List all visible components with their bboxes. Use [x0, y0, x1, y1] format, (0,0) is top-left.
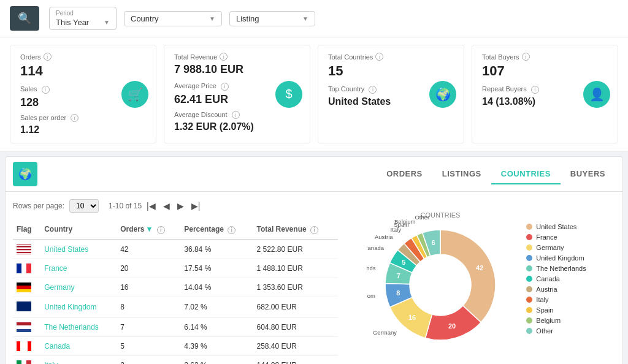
legend-item-spain: Spain [526, 306, 586, 314]
buyers-card: Total Buyers i 107 Repeat Buyers i 14 (1… [472, 45, 618, 143]
table-row: Canada 5 4.39 % 258.40 EUR [13, 336, 338, 355]
legend-dot [526, 286, 532, 292]
pct-col-info-icon[interactable]: i [228, 226, 236, 234]
donut-chart: COUNTRIES 4220168756GermanyUnited Kingdo… [367, 205, 514, 352]
sales-info-icon[interactable]: i [42, 86, 50, 94]
next-page-button[interactable]: ▶ [175, 200, 186, 212]
country-cell: France [40, 259, 117, 278]
period-filter[interactable]: Period This Year ▼ [49, 7, 117, 30]
top-bar: 🔍 Period This Year ▼ Country ▼ Listing ▼ [0, 0, 628, 37]
legend-item-other: Other [526, 327, 586, 335]
percentage-cell: 17.54 % [180, 259, 253, 278]
spo-label: Sales per order [20, 114, 66, 121]
globe-button[interactable]: 🌍 [13, 162, 37, 186]
flag-fr [17, 264, 31, 273]
flag-gb [17, 301, 31, 311]
tab-buyers[interactable]: BUYERS [561, 164, 615, 184]
prev-page-button[interactable]: ◀ [161, 200, 172, 212]
rows-per-page-select[interactable]: 10 25 50 [69, 199, 99, 213]
legend-dot [526, 317, 532, 324]
first-page-button[interactable]: |◀ [144, 200, 158, 212]
legend-dot [526, 224, 532, 230]
last-page-button[interactable]: ▶| [189, 200, 203, 212]
table-controls: Rows per page: 10 25 50 1-10 of 15 |◀ ◀ … [13, 199, 338, 213]
total-buyers-info-icon[interactable]: i [522, 53, 530, 61]
avg-discount-info-icon[interactable]: i [232, 111, 240, 119]
tab-countries[interactable]: COUNTRIES [491, 164, 561, 184]
legend-dot [526, 265, 532, 271]
table-row: United Kingdom 8 7.02 % 682.00 EUR [13, 297, 338, 317]
revenue-cell: 2 522.80 EUR [253, 240, 339, 259]
period-chevron-icon: ▼ [104, 19, 110, 26]
col-flag-header: Flag [13, 220, 40, 240]
tab-orders[interactable]: ORDERS [377, 164, 432, 184]
orders-col-info-icon[interactable]: i [157, 226, 165, 234]
chart-container: COUNTRIES 4220168756GermanyUnited Kingdo… [338, 199, 615, 364]
percentage-cell: 14.04 % [180, 278, 253, 297]
legend-dot [526, 276, 532, 282]
avg-price-label: Average Price [174, 82, 216, 89]
orders-cell: 16 [117, 278, 180, 297]
total-countries-info-icon[interactable]: i [375, 53, 383, 61]
legend-dot [526, 255, 532, 261]
country-link[interactable]: The Netherlands [44, 323, 99, 332]
legend-dot [526, 245, 532, 251]
table-row: The Netherlands 7 6.14 % 604.80 EUR [13, 317, 338, 336]
legend-label: United Kingdom [536, 254, 584, 262]
donut-label-united-kingdom: 8 [397, 289, 400, 297]
percentage-cell: 6.14 % [180, 317, 253, 336]
country-link[interactable]: Italy [44, 361, 58, 365]
legend-item-italy: Italy [526, 296, 586, 303]
revenue-cell: 604.80 EUR [253, 317, 339, 336]
avg-price-info-icon[interactable]: i [221, 83, 229, 91]
legend-dot [526, 328, 532, 334]
orders-info-icon[interactable]: i [44, 53, 52, 61]
tab-listings[interactable]: LISTINGS [432, 164, 491, 184]
legend-label: Italy [536, 296, 548, 303]
country-link[interactable]: Germany [44, 283, 74, 292]
revenue-label: Total Revenue [174, 53, 217, 61]
external-label-belgium: Belgium [394, 218, 415, 225]
revenue-value: 7 988.10 EUR [174, 63, 300, 76]
filter-group: Period This Year ▼ Country ▼ Listing ▼ [49, 7, 315, 30]
col-orders-header[interactable]: Orders▼ i [117, 220, 180, 240]
legend-item-united-states: United States [526, 223, 586, 230]
donut-segment-united-states[interactable] [440, 230, 496, 322]
avg-discount-label-wrap: Average Discount i [174, 111, 300, 119]
revenue-card: Total Revenue i 7 988.10 EUR Average Pri… [164, 45, 310, 143]
country-link[interactable]: Canada [44, 342, 70, 351]
repeat-buyers-info-icon[interactable]: i [531, 86, 539, 94]
orders-cell: 7 [117, 317, 180, 336]
legend-label: Other [536, 327, 553, 335]
search-button[interactable]: 🔍 [10, 6, 39, 31]
flag-de [17, 282, 31, 292]
main-header: 🌍 ORDERS LISTINGS COUNTRIES BUYERS [6, 157, 622, 192]
tab-nav: ORDERS LISTINGS COUNTRIES BUYERS [377, 164, 615, 184]
revenue-cell: 144.00 EUR [253, 355, 339, 364]
revenue-info-icon[interactable]: i [220, 53, 228, 61]
col-country-header: Country [40, 220, 117, 240]
country-link[interactable]: United States [44, 245, 88, 254]
donut-label-france: 20 [448, 322, 456, 330]
spo-info-icon[interactable]: i [71, 114, 78, 122]
flag-cell [13, 240, 40, 259]
country-cell: United States [40, 240, 117, 259]
donut-label-the-netherlands: 7 [397, 272, 400, 279]
rev-col-info-icon[interactable]: i [310, 226, 318, 234]
main-content: 🌍 ORDERS LISTINGS COUNTRIES BUYERS Rows … [5, 156, 623, 364]
flag-nl [17, 322, 31, 332]
country-link[interactable]: United Kingdom [44, 303, 96, 311]
country-filter[interactable]: Country ▼ [124, 11, 222, 26]
listing-filter[interactable]: Listing ▼ [229, 11, 315, 26]
legend-item-france: France [526, 233, 586, 241]
external-label-austria: Austria [375, 233, 393, 240]
orders-cell: 42 [117, 240, 180, 259]
country-link[interactable]: France [44, 264, 67, 273]
countries-icon: 🌍 [429, 81, 456, 108]
top-country-info-icon[interactable]: i [369, 86, 377, 94]
legend-item-germany: Germany [526, 244, 586, 251]
percentage-cell: 7.02 % [180, 297, 253, 317]
country-value: Country [131, 14, 159, 23]
legend-item-austria: Austria [526, 286, 586, 293]
flag-cell [13, 355, 40, 364]
